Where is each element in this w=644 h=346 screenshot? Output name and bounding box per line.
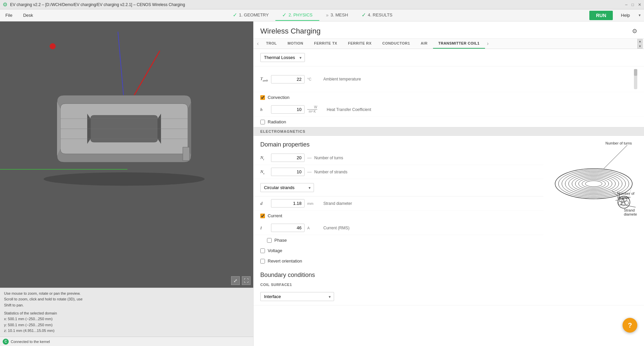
tab-control[interactable]: TROL: [261, 39, 282, 49]
minimize-btn[interactable]: –: [625, 2, 628, 7]
tab-scroll-left-button[interactable]: ‹: [255, 39, 261, 49]
I-row: I A Current (RMS): [254, 221, 543, 235]
panel-scroll-down[interactable]: ▼: [637, 44, 643, 49]
z-stat: z: 10.1 mm (4.951...15.05 mm): [4, 328, 249, 334]
3d-viewport[interactable]: ⤢ ⛶: [0, 21, 253, 288]
svg-point-0: [44, 172, 205, 186]
svg-point-12: [579, 178, 609, 189]
domain-section: Number of turns Number of strands Strand…: [254, 136, 644, 266]
phase-checkbox-row: Phase: [254, 235, 644, 245]
info-line1: Use mouse to zoom, rotate or pan the pre…: [4, 291, 249, 297]
svg-text:Strand: Strand: [624, 208, 635, 212]
svg-rect-1: [183, 147, 190, 161]
ns-row: Ns — Number of strands: [254, 165, 543, 179]
voltage-checkbox[interactable]: [260, 248, 265, 253]
interface-dropdown[interactable]: Interface: [260, 292, 334, 301]
x-stat: x: 500.1 mm (−250...250 mm): [4, 316, 249, 322]
phase-checkbox[interactable]: [267, 238, 272, 243]
t-amb-symbol: Tamb: [260, 76, 268, 82]
connection-status-text: Connected to the kernel: [11, 340, 50, 344]
ns-desc: Number of strands: [314, 170, 537, 174]
convection-checkbox[interactable]: [260, 95, 265, 100]
radiation-checkbox[interactable]: [260, 120, 265, 124]
tab-ferrite-rx[interactable]: FERRITE RX: [342, 39, 377, 49]
help-float-button[interactable]: ?: [623, 318, 637, 333]
I-symbol: I: [260, 225, 268, 231]
svg-point-11: [575, 177, 612, 191]
coil-diagram-area: Number of turns Number of strands Strand…: [550, 138, 637, 227]
ns-symbol: Ns: [260, 169, 268, 175]
ns-input[interactable]: [271, 168, 305, 176]
menubar: File Desk ✓ 1. GEOMETRY ✓ 2. PHYSICS » 3…: [0, 9, 644, 21]
revert-label[interactable]: Revert orientation: [268, 258, 302, 264]
I-unit: A: [307, 226, 321, 230]
h-input[interactable]: [271, 105, 305, 114]
h-param-row: h W m²·K Heat Transfer Coefficient: [254, 103, 644, 117]
tab-motion[interactable]: MOTION: [282, 39, 309, 49]
svg-point-8: [565, 173, 622, 195]
tab-physics[interactable]: ✓ 2. PHYSICS: [275, 10, 319, 21]
file-menu[interactable]: File: [3, 11, 15, 19]
tab-conductor1[interactable]: CONDUCTOR1: [377, 39, 415, 49]
nt-dash: —: [307, 155, 312, 160]
connection-status-dot: C: [3, 339, 9, 345]
stats-title: Statistics of the selected domain: [4, 310, 249, 316]
d-row: d mm Strand diameter: [254, 196, 543, 211]
d-input[interactable]: [271, 199, 305, 208]
tab-geometry-label: 1. GEOMETRY: [239, 12, 269, 17]
current-checkbox[interactable]: [260, 214, 265, 218]
panel-scroll-up[interactable]: ▲: [637, 39, 643, 44]
tab-air[interactable]: AIR: [415, 39, 433, 49]
current-checkbox-row: Current: [254, 211, 543, 221]
revert-checkbox[interactable]: [260, 259, 265, 264]
t-amb-unit: °C: [307, 77, 321, 81]
nt-symbol: Nt: [260, 155, 268, 161]
svg-point-9: [569, 174, 619, 193]
svg-text:strands: strands: [617, 195, 630, 199]
svg-text:Number of turns: Number of turns: [605, 141, 632, 145]
boundary-title: Boundary conditions: [254, 266, 644, 281]
maximize-btn[interactable]: □: [632, 2, 634, 7]
settings-gear-button[interactable]: ⚙: [632, 27, 637, 35]
convection-checkbox-row: Convection: [254, 92, 644, 103]
tab-mesh[interactable]: » 3. MESH: [319, 10, 355, 21]
status-bar: C Connected to the kernel: [0, 337, 253, 346]
svg-text:diameter: diameter: [624, 212, 637, 216]
tab-results-label: 4. RESULTS: [368, 12, 392, 17]
close-btn[interactable]: ✕: [638, 2, 641, 7]
strand-type-wrapper: Circular strands: [260, 183, 314, 192]
h-desc: Heat Transfer Coefficient: [327, 107, 637, 112]
main-layout: ⤢ ⛶ Use mouse to zoom, rotate or pan the…: [0, 21, 644, 346]
info-line3: Shift to pan.: [4, 302, 249, 308]
current-label[interactable]: Current: [268, 213, 282, 218]
I-input[interactable]: [271, 224, 305, 232]
desk-menu[interactable]: Desk: [20, 11, 36, 19]
strand-type-dropdown[interactable]: Circular strands: [260, 183, 314, 192]
tab-scroll-right-button[interactable]: ›: [485, 39, 491, 49]
panel-content[interactable]: Thermal Losses Tamb °C Ambient temperatu…: [254, 49, 644, 346]
voltage-label[interactable]: Voltage: [268, 248, 282, 253]
coil-3d-view: [34, 75, 215, 189]
fullscreen-button[interactable]: ⛶: [242, 276, 251, 285]
radiation-label[interactable]: Radiation: [268, 119, 286, 124]
nt-input[interactable]: [271, 154, 305, 162]
d-unit: mm: [307, 201, 321, 206]
tab-ferrite-tx[interactable]: FERRITE TX: [309, 39, 342, 49]
phase-label[interactable]: Phase: [274, 238, 287, 243]
help-menu[interactable]: Help: [618, 11, 633, 19]
thermal-row: Thermal Losses: [254, 49, 644, 66]
mesh-arrow-icon: »: [326, 12, 329, 18]
tab-results[interactable]: ✓ 4. RESULTS: [355, 10, 399, 21]
convection-label[interactable]: Convection: [268, 95, 289, 100]
tab-transmitter-coil1[interactable]: TRANSMITTER COIL1: [433, 39, 485, 49]
fit-view-button[interactable]: ⤢: [231, 276, 240, 285]
h-unit-container: W m²·K: [307, 105, 324, 114]
thermal-dropdown[interactable]: Thermal Losses: [260, 53, 305, 62]
t-amb-input[interactable]: [271, 75, 305, 83]
tab-geometry[interactable]: ✓ 1. GEOMETRY: [226, 10, 276, 21]
I-desc: Current (RMS): [323, 226, 537, 230]
nt-row: Nt — Number of turns: [254, 151, 543, 165]
nav-tabs: ✓ 1. GEOMETRY ✓ 2. PHYSICS » 3. MESH ✓ 4…: [41, 10, 584, 21]
panel-header: Wireless Charging ⚙: [254, 21, 644, 39]
run-button[interactable]: RUN: [589, 11, 613, 20]
